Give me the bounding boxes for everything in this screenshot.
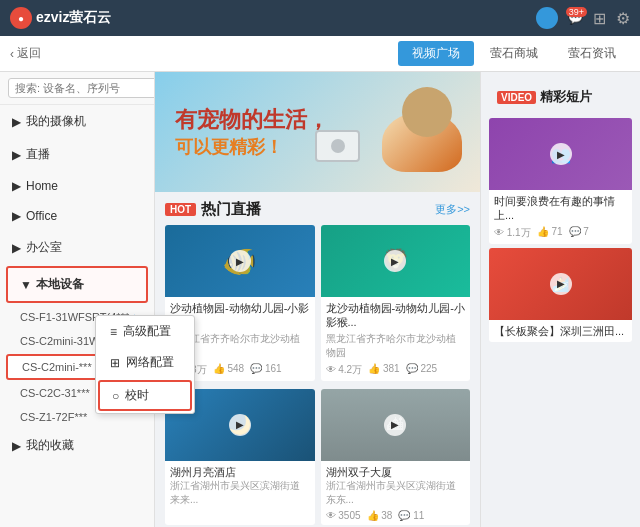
banner-text: 有宠物的生活， 可以更精彩！ [175, 105, 329, 160]
expand-icon: ▼ [20, 278, 32, 292]
context-menu-advanced[interactable]: ≡ 高级配置 [96, 316, 194, 347]
message-badge[interactable]: 💬 39+ [568, 11, 583, 25]
twin-towers-thumb: 🏙 ▶ [321, 389, 471, 461]
sidebar-group-local-devices[interactable]: ▼ 本地设备 [6, 266, 148, 303]
hot-video-2-info: 龙沙动植物园-动物幼儿园-小影猴... 黑龙江省齐齐哈尔市龙沙动植物园 👁 4.… [321, 297, 471, 381]
view-count: 👁 1.1万 [494, 226, 531, 240]
menu-icon: ○ [112, 389, 119, 403]
tab-store[interactable]: 萤石商城 [476, 41, 552, 66]
view-count: 👁 4.2万 [326, 363, 363, 377]
video-subtitle: 浙江省湖州市吴兴区滨湖街道东东... [326, 479, 466, 507]
device-label: CS-Z1-72F*** [20, 411, 87, 423]
view-count: 👁 3505 [326, 510, 361, 521]
video-section-title: VIDEO 精彩短片 [489, 80, 632, 110]
video-title: 【长板聚会】深圳三洲田... [494, 324, 627, 338]
sidebar: 🔍 ▶ 我的摄像机 ▶ 直播 ▶ Home ▶ Office ▶ 办公室 ▼ 本… [0, 72, 155, 527]
tab-video-plaza[interactable]: 视频广场 [398, 41, 474, 66]
device-label: CS-C2mini-*** [22, 361, 92, 373]
hot-video-1-thumb: 🐠 ▶ [165, 225, 315, 297]
sidebar-item-favorites[interactable]: ▶ 我的收藏 [0, 429, 154, 462]
video-meta: 👁 1.1万 👍 71 💬 7 [494, 226, 627, 240]
right-panel: VIDEO 精彩短片 👥 ▶ 时间要浪费在有趣的事情上... 👁 1.1万 👍 … [480, 72, 640, 527]
right-video-1-thumb: 👥 ▶ [489, 118, 632, 190]
moon-hotel-info: 湖州月亮酒店 浙江省湖州市吴兴区滨湖街道来来... [165, 461, 315, 511]
back-arrow-icon: ‹ [10, 47, 14, 61]
comment-count: 💬 225 [406, 363, 437, 377]
menu-icon: ≡ [110, 325, 117, 339]
header-icons: 💬 39+ ⊞ ⚙ [536, 7, 630, 29]
play-button[interactable]: ▶ [229, 414, 251, 436]
search-bar: 🔍 [0, 72, 154, 105]
play-button[interactable]: ▶ [384, 250, 406, 272]
second-row: 🌙 ▶ 湖州月亮酒店 浙江省湖州市吴兴区滨湖街道来来... 🏙 ▶ [155, 385, 480, 527]
sidebar-item-office-cn[interactable]: ▶ 办公室 [0, 231, 154, 264]
video-title: 湖州双子大厦 [326, 465, 466, 479]
header: ● ezviz萤石云 💬 39+ ⊞ ⚙ [0, 0, 640, 36]
video-meta: 👁 3505 👍 38 💬 11 [326, 510, 466, 521]
context-menu-network[interactable]: ⊞ 网络配置 [96, 347, 194, 378]
camera-image [315, 130, 360, 162]
sidebar-item-home[interactable]: ▶ Home [0, 171, 154, 201]
search-input[interactable] [8, 78, 155, 98]
arrow-icon: ▶ [12, 439, 21, 453]
right-video-1-info: 时间要浪费在有趣的事情上... 👁 1.1万 👍 71 💬 7 [489, 190, 632, 244]
logo-text: ezviz萤石云 [36, 9, 111, 27]
settings-icon[interactable]: ⚙ [616, 9, 630, 28]
sidebar-label: 直播 [26, 146, 50, 163]
logo: ● ezviz萤石云 [10, 7, 111, 29]
tab-news[interactable]: 萤石资讯 [554, 41, 630, 66]
arrow-icon: ▶ [12, 115, 21, 129]
menu-label: 网络配置 [126, 354, 174, 371]
video-badge: VIDEO [497, 91, 536, 104]
comment-count: 💬 161 [250, 363, 281, 377]
play-button[interactable]: ▶ [229, 250, 251, 272]
content-area: 有宠物的生活， 可以更精彩！ HOT 热门直播 更多>> [155, 72, 480, 527]
back-button[interactable]: ‹ 返回 [10, 45, 41, 62]
avatar[interactable] [536, 7, 558, 29]
comment-count: 💬 11 [398, 510, 424, 521]
sidebar-label: Home [26, 179, 58, 193]
hot-title: HOT 热门直播 [165, 200, 261, 219]
arrow-icon: ▶ [12, 209, 21, 223]
grid-icon[interactable]: ⊞ [593, 9, 606, 28]
sidebar-item-my-cameras[interactable]: ▶ 我的摄像机 [0, 105, 154, 138]
hot-video-2[interactable]: 🦁 ▶ 龙沙动植物园-动物幼儿园-小影猴... 黑龙江省齐齐哈尔市龙沙动植物园 … [321, 225, 471, 381]
right-video-2-info: 【长板聚会】深圳三洲田... [489, 320, 632, 342]
menu-label: 高级配置 [123, 323, 171, 340]
like-count: 👍 38 [367, 510, 393, 521]
main-layout: 🔍 ▶ 我的摄像机 ▶ 直播 ▶ Home ▶ Office ▶ 办公室 ▼ 本… [0, 72, 640, 527]
video-meta: 👁 4.2万 👍 381 💬 225 [326, 363, 466, 377]
right-video-2[interactable]: 🏄 ▶ 【长板聚会】深圳三洲田... [489, 248, 632, 342]
hot-video-grid: 🐠 ▶ 沙动植物园-动物幼儿园-小影猴... 黑龙江省齐齐哈尔市龙沙动植物园 👁… [165, 225, 470, 381]
right-video-1[interactable]: 👥 ▶ 时间要浪费在有趣的事情上... 👁 1.1万 👍 71 💬 7 [489, 118, 632, 244]
sidebar-label: 我的收藏 [26, 437, 74, 454]
nav-tabs: 视频广场 萤石商城 萤石资讯 [398, 41, 630, 66]
play-button[interactable]: ▶ [550, 273, 572, 295]
sidebar-item-live[interactable]: ▶ 直播 [0, 138, 154, 171]
hot-section-header: HOT 热门直播 更多>> [165, 200, 470, 219]
video-subtitle: 浙江省湖州市吴兴区滨湖街道来来... [170, 479, 310, 507]
arrow-icon: ▶ [12, 148, 21, 162]
video-section-header: VIDEO 精彩短片 [481, 72, 640, 114]
badge-count: 39+ [566, 7, 587, 17]
context-menu: ≡ 高级配置 ⊞ 网络配置 ○ 校时 [95, 315, 195, 414]
video-title: 龙沙动植物园-动物幼儿园-小影猴... [326, 301, 466, 330]
dog-image [372, 82, 472, 192]
navbar: ‹ 返回 视频广场 萤石商城 萤石资讯 [0, 36, 640, 72]
context-menu-calibrate[interactable]: ○ 校时 [98, 380, 192, 411]
banner-line2: 可以更精彩！ [175, 135, 329, 159]
sidebar-item-office[interactable]: ▶ Office [0, 201, 154, 231]
hot-title-text: 热门直播 [201, 200, 261, 219]
video-twin-towers[interactable]: 🏙 ▶ 湖州双子大厦 浙江省湖州市吴兴区滨湖街道东东... 👁 3505 👍 3… [321, 389, 471, 525]
right-video-2-thumb: 🏄 ▶ [489, 248, 632, 320]
menu-icon: ⊞ [110, 356, 120, 370]
banner-line1: 有宠物的生活， [175, 105, 329, 136]
hot-more-link[interactable]: 更多>> [435, 202, 470, 217]
like-count: 👍 381 [368, 363, 399, 377]
twin-towers-info: 湖州双子大厦 浙江省湖州市吴兴区滨湖街道东东... 👁 3505 👍 38 💬 … [321, 461, 471, 525]
play-button[interactable]: ▶ [384, 414, 406, 436]
play-button[interactable]: ▶ [550, 143, 572, 165]
back-label: 返回 [17, 45, 41, 62]
device-label: CS-C2C-31*** [20, 387, 90, 399]
arrow-icon: ▶ [12, 179, 21, 193]
